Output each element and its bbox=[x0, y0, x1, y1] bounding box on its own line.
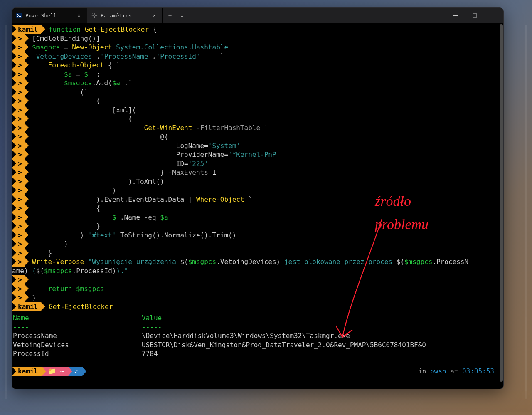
terminal-line: > } -MaxEvents 1 bbox=[12, 168, 499, 177]
prompt-continuation: > bbox=[12, 195, 25, 204]
prompt-user-segment: kamil bbox=[12, 302, 41, 311]
prompt-continuation: > bbox=[12, 284, 25, 294]
terminal-line: > ( bbox=[12, 114, 499, 124]
prompt-continuation: > bbox=[12, 186, 25, 195]
minimize-button[interactable] bbox=[446, 8, 465, 23]
tab-parametres[interactable]: Paramètres ✕ bbox=[87, 8, 163, 23]
tab-label: PowerShell bbox=[25, 12, 57, 19]
terminal-line: > Foreach-Object { ` bbox=[12, 61, 499, 70]
tab-label: Paramètres bbox=[101, 12, 132, 19]
prompt-continuation: > bbox=[12, 275, 25, 284]
prompt-continuation: > bbox=[12, 34, 25, 43]
terminal-line: > ) bbox=[12, 186, 499, 195]
terminal-line: kamil Get-EjectBlocker bbox=[12, 302, 499, 311]
prompt-continuation: > bbox=[12, 240, 25, 249]
terminal-line: > ProviderName='*Kernel-PnP' bbox=[12, 150, 499, 159]
status-user-segment: kamil bbox=[12, 367, 42, 376]
terminal-line: kamil function Get-EjectBlocker { bbox=[12, 25, 499, 34]
terminal-line: > [xml]( bbox=[12, 106, 499, 115]
prompt-continuation: > bbox=[12, 150, 25, 159]
terminal-line: > ).'#text'.ToString().Normalize().Trim(… bbox=[12, 231, 499, 240]
terminal-line: > $a = $_ ; bbox=[12, 70, 499, 79]
prompt-continuation: > bbox=[12, 61, 25, 70]
gear-icon bbox=[91, 12, 97, 18]
svg-point-1 bbox=[94, 15, 95, 16]
powershell-icon bbox=[16, 12, 22, 18]
prompt-continuation: > bbox=[12, 52, 25, 61]
prompt-continuation: > bbox=[12, 106, 25, 115]
prompt-continuation: > bbox=[12, 231, 25, 240]
terminal-line: > @{ bbox=[12, 132, 499, 141]
prompt-user-segment: kamil bbox=[12, 25, 41, 34]
tab-powershell[interactable]: PowerShell ✕ bbox=[12, 8, 87, 23]
scrollbar-thumb[interactable] bbox=[500, 24, 503, 382]
table-row: ProcessId7784 bbox=[13, 349, 499, 358]
prompt-continuation: > bbox=[12, 88, 25, 97]
prompt-continuation: > bbox=[12, 70, 25, 79]
prompt-continuation: > bbox=[12, 141, 25, 151]
svg-rect-0 bbox=[16, 13, 22, 18]
terminal-line: >'VetoingDevices','ProcessName','Process… bbox=[12, 52, 499, 61]
table-row: VetoingDevicesUSBSTOR\Disk&Ven_Kingston&… bbox=[13, 341, 499, 350]
tab-dropdown-icon[interactable]: ⌄ bbox=[177, 8, 187, 23]
terminal-line: > ) bbox=[12, 240, 499, 249]
close-tab-icon[interactable]: ✕ bbox=[75, 12, 83, 19]
scrollbar[interactable] bbox=[499, 23, 503, 389]
terminal-line: >[CmdletBinding()] bbox=[12, 34, 499, 43]
close-window-button[interactable] bbox=[484, 8, 503, 23]
prompt-continuation: > bbox=[12, 257, 25, 267]
terminal-line: > bbox=[12, 275, 499, 284]
terminal-line: >$msgpcs = New-Object System.Collections… bbox=[12, 43, 499, 52]
prompt-continuation: > bbox=[12, 222, 25, 231]
table-row: --------- bbox=[13, 323, 499, 332]
prompt-continuation: > bbox=[12, 96, 25, 106]
terminal-body[interactable]: kamil function Get-EjectBlocker {>[Cmdle… bbox=[12, 23, 503, 389]
terminal-line: > ).ToXml() bbox=[12, 177, 499, 186]
terminal-line: > LogName='System' bbox=[12, 141, 499, 151]
prompt-continuation: > bbox=[12, 114, 25, 124]
svg-rect-2 bbox=[473, 14, 477, 17]
output-table: NameValue---------ProcessName\Device\Har… bbox=[12, 311, 499, 358]
arrow-annotation bbox=[320, 215, 411, 348]
prompt-continuation: > bbox=[12, 132, 25, 141]
terminal-line: >} bbox=[12, 293, 499, 302]
close-tab-icon[interactable]: ✕ bbox=[150, 12, 158, 19]
terminal-line: > return $msgpcs bbox=[12, 284, 499, 294]
prompt-continuation: > bbox=[12, 249, 25, 258]
terminal-line: > ).Event.EventData.Data | Where-Object … bbox=[12, 195, 499, 204]
titlebar: PowerShell ✕ Paramètres ✕ ＋ ⌄ bbox=[12, 8, 503, 23]
terminal-line: > } bbox=[12, 222, 499, 231]
prompt-continuation: > bbox=[12, 79, 25, 88]
table-row: ProcessName\Device\HarddiskVolume3\Windo… bbox=[13, 331, 499, 341]
prompt-continuation: > bbox=[12, 159, 25, 168]
prompt-continuation: > bbox=[12, 124, 25, 133]
prompt-continuation: > bbox=[12, 168, 25, 177]
terminal-line: > $_.Name -eq $a bbox=[12, 213, 499, 222]
table-row: NameValue bbox=[13, 314, 499, 323]
prompt-continuation: > bbox=[12, 177, 25, 186]
prompt-continuation: > bbox=[12, 293, 25, 302]
status-right: in pwsh at 03:05:53 bbox=[418, 367, 494, 376]
terminal-line: > ( bbox=[12, 96, 499, 106]
terminal-line: > $msgpcs.Add($a ,` bbox=[12, 79, 499, 88]
terminal-line: >Write-Verbose "Wysunięcie urządzenia $(… bbox=[12, 257, 499, 267]
terminal-line: ame) ($($msgpcs.ProcessId))." bbox=[12, 267, 499, 276]
new-tab-button[interactable]: ＋ bbox=[163, 8, 177, 23]
status-line: kamil 📁 ~ ✓ in pwsh at 03:05:53 bbox=[12, 367, 499, 377]
terminal-line: > Get-WinEvent -FilterHashTable ` bbox=[12, 124, 499, 133]
terminal-line: > } bbox=[12, 249, 499, 258]
prompt-continuation: > bbox=[12, 43, 25, 52]
terminal-line: > { bbox=[12, 204, 499, 213]
maximize-button[interactable] bbox=[465, 8, 484, 23]
terminal-line: > ID='225' bbox=[12, 159, 499, 168]
prompt-continuation: > bbox=[12, 204, 25, 213]
terminal-window: PowerShell ✕ Paramètres ✕ ＋ ⌄ kamil func… bbox=[12, 7, 504, 389]
prompt-continuation: > bbox=[12, 213, 25, 222]
terminal-line: > (` bbox=[12, 88, 499, 97]
